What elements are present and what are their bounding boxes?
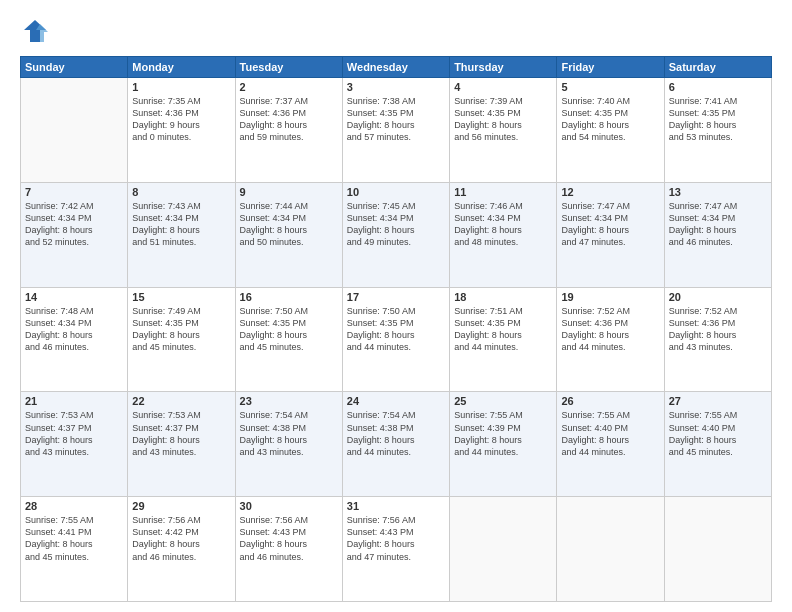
calendar-cell: 28Sunrise: 7:55 AM Sunset: 4:41 PM Dayli… — [21, 497, 128, 602]
day-info: Sunrise: 7:38 AM Sunset: 4:35 PM Dayligh… — [347, 95, 445, 144]
day-number: 24 — [347, 395, 445, 407]
calendar-cell: 6Sunrise: 7:41 AM Sunset: 4:35 PM Daylig… — [664, 78, 771, 183]
calendar-cell: 26Sunrise: 7:55 AM Sunset: 4:40 PM Dayli… — [557, 392, 664, 497]
day-number: 28 — [25, 500, 123, 512]
calendar-cell: 1Sunrise: 7:35 AM Sunset: 4:36 PM Daylig… — [128, 78, 235, 183]
day-number: 30 — [240, 500, 338, 512]
day-number: 8 — [132, 186, 230, 198]
day-info: Sunrise: 7:52 AM Sunset: 4:36 PM Dayligh… — [669, 305, 767, 354]
day-info: Sunrise: 7:50 AM Sunset: 4:35 PM Dayligh… — [240, 305, 338, 354]
day-info: Sunrise: 7:55 AM Sunset: 4:40 PM Dayligh… — [561, 409, 659, 458]
calendar-cell — [557, 497, 664, 602]
day-number: 26 — [561, 395, 659, 407]
day-info: Sunrise: 7:56 AM Sunset: 4:43 PM Dayligh… — [240, 514, 338, 563]
calendar-cell: 17Sunrise: 7:50 AM Sunset: 4:35 PM Dayli… — [342, 287, 449, 392]
calendar-cell: 14Sunrise: 7:48 AM Sunset: 4:34 PM Dayli… — [21, 287, 128, 392]
logo-icon — [20, 16, 50, 46]
day-number: 17 — [347, 291, 445, 303]
day-number: 23 — [240, 395, 338, 407]
day-info: Sunrise: 7:35 AM Sunset: 4:36 PM Dayligh… — [132, 95, 230, 144]
day-number: 10 — [347, 186, 445, 198]
day-number: 9 — [240, 186, 338, 198]
col-header-tuesday: Tuesday — [235, 57, 342, 78]
day-info: Sunrise: 7:53 AM Sunset: 4:37 PM Dayligh… — [132, 409, 230, 458]
day-info: Sunrise: 7:55 AM Sunset: 4:39 PM Dayligh… — [454, 409, 552, 458]
calendar-cell: 4Sunrise: 7:39 AM Sunset: 4:35 PM Daylig… — [450, 78, 557, 183]
day-number: 20 — [669, 291, 767, 303]
week-row-5: 28Sunrise: 7:55 AM Sunset: 4:41 PM Dayli… — [21, 497, 772, 602]
day-number: 3 — [347, 81, 445, 93]
day-info: Sunrise: 7:42 AM Sunset: 4:34 PM Dayligh… — [25, 200, 123, 249]
calendar-cell: 9Sunrise: 7:44 AM Sunset: 4:34 PM Daylig… — [235, 182, 342, 287]
day-info: Sunrise: 7:39 AM Sunset: 4:35 PM Dayligh… — [454, 95, 552, 144]
day-info: Sunrise: 7:56 AM Sunset: 4:42 PM Dayligh… — [132, 514, 230, 563]
day-number: 18 — [454, 291, 552, 303]
calendar-cell — [21, 78, 128, 183]
day-info: Sunrise: 7:53 AM Sunset: 4:37 PM Dayligh… — [25, 409, 123, 458]
calendar-cell — [664, 497, 771, 602]
calendar-cell: 2Sunrise: 7:37 AM Sunset: 4:36 PM Daylig… — [235, 78, 342, 183]
day-number: 22 — [132, 395, 230, 407]
calendar-cell: 30Sunrise: 7:56 AM Sunset: 4:43 PM Dayli… — [235, 497, 342, 602]
day-info: Sunrise: 7:54 AM Sunset: 4:38 PM Dayligh… — [240, 409, 338, 458]
col-header-saturday: Saturday — [664, 57, 771, 78]
calendar-cell: 25Sunrise: 7:55 AM Sunset: 4:39 PM Dayli… — [450, 392, 557, 497]
day-number: 31 — [347, 500, 445, 512]
day-number: 25 — [454, 395, 552, 407]
day-number: 6 — [669, 81, 767, 93]
calendar-cell: 20Sunrise: 7:52 AM Sunset: 4:36 PM Dayli… — [664, 287, 771, 392]
calendar-cell: 24Sunrise: 7:54 AM Sunset: 4:38 PM Dayli… — [342, 392, 449, 497]
day-info: Sunrise: 7:46 AM Sunset: 4:34 PM Dayligh… — [454, 200, 552, 249]
day-info: Sunrise: 7:52 AM Sunset: 4:36 PM Dayligh… — [561, 305, 659, 354]
calendar-cell: 19Sunrise: 7:52 AM Sunset: 4:36 PM Dayli… — [557, 287, 664, 392]
day-number: 14 — [25, 291, 123, 303]
day-number: 27 — [669, 395, 767, 407]
day-number: 13 — [669, 186, 767, 198]
day-number: 2 — [240, 81, 338, 93]
week-row-4: 21Sunrise: 7:53 AM Sunset: 4:37 PM Dayli… — [21, 392, 772, 497]
day-info: Sunrise: 7:51 AM Sunset: 4:35 PM Dayligh… — [454, 305, 552, 354]
day-number: 5 — [561, 81, 659, 93]
calendar-cell: 16Sunrise: 7:50 AM Sunset: 4:35 PM Dayli… — [235, 287, 342, 392]
calendar-cell: 11Sunrise: 7:46 AM Sunset: 4:34 PM Dayli… — [450, 182, 557, 287]
day-info: Sunrise: 7:41 AM Sunset: 4:35 PM Dayligh… — [669, 95, 767, 144]
header — [20, 16, 772, 46]
week-row-2: 7Sunrise: 7:42 AM Sunset: 4:34 PM Daylig… — [21, 182, 772, 287]
day-info: Sunrise: 7:47 AM Sunset: 4:34 PM Dayligh… — [561, 200, 659, 249]
day-info: Sunrise: 7:54 AM Sunset: 4:38 PM Dayligh… — [347, 409, 445, 458]
calendar-cell: 15Sunrise: 7:49 AM Sunset: 4:35 PM Dayli… — [128, 287, 235, 392]
day-info: Sunrise: 7:50 AM Sunset: 4:35 PM Dayligh… — [347, 305, 445, 354]
col-header-sunday: Sunday — [21, 57, 128, 78]
day-number: 7 — [25, 186, 123, 198]
day-info: Sunrise: 7:45 AM Sunset: 4:34 PM Dayligh… — [347, 200, 445, 249]
week-row-1: 1Sunrise: 7:35 AM Sunset: 4:36 PM Daylig… — [21, 78, 772, 183]
day-info: Sunrise: 7:55 AM Sunset: 4:40 PM Dayligh… — [669, 409, 767, 458]
day-info: Sunrise: 7:44 AM Sunset: 4:34 PM Dayligh… — [240, 200, 338, 249]
day-info: Sunrise: 7:49 AM Sunset: 4:35 PM Dayligh… — [132, 305, 230, 354]
day-info: Sunrise: 7:48 AM Sunset: 4:34 PM Dayligh… — [25, 305, 123, 354]
col-header-wednesday: Wednesday — [342, 57, 449, 78]
day-info: Sunrise: 7:47 AM Sunset: 4:34 PM Dayligh… — [669, 200, 767, 249]
calendar-cell: 10Sunrise: 7:45 AM Sunset: 4:34 PM Dayli… — [342, 182, 449, 287]
day-info: Sunrise: 7:55 AM Sunset: 4:41 PM Dayligh… — [25, 514, 123, 563]
calendar-cell: 23Sunrise: 7:54 AM Sunset: 4:38 PM Dayli… — [235, 392, 342, 497]
calendar-cell: 29Sunrise: 7:56 AM Sunset: 4:42 PM Dayli… — [128, 497, 235, 602]
day-number: 29 — [132, 500, 230, 512]
page: SundayMondayTuesdayWednesdayThursdayFrid… — [0, 0, 792, 612]
calendar-cell: 5Sunrise: 7:40 AM Sunset: 4:35 PM Daylig… — [557, 78, 664, 183]
calendar-cell: 3Sunrise: 7:38 AM Sunset: 4:35 PM Daylig… — [342, 78, 449, 183]
col-header-thursday: Thursday — [450, 57, 557, 78]
calendar-cell: 22Sunrise: 7:53 AM Sunset: 4:37 PM Dayli… — [128, 392, 235, 497]
calendar-cell: 12Sunrise: 7:47 AM Sunset: 4:34 PM Dayli… — [557, 182, 664, 287]
calendar-cell: 31Sunrise: 7:56 AM Sunset: 4:43 PM Dayli… — [342, 497, 449, 602]
header-row: SundayMondayTuesdayWednesdayThursdayFrid… — [21, 57, 772, 78]
day-number: 4 — [454, 81, 552, 93]
week-row-3: 14Sunrise: 7:48 AM Sunset: 4:34 PM Dayli… — [21, 287, 772, 392]
calendar-cell: 8Sunrise: 7:43 AM Sunset: 4:34 PM Daylig… — [128, 182, 235, 287]
logo — [20, 16, 56, 46]
day-info: Sunrise: 7:40 AM Sunset: 4:35 PM Dayligh… — [561, 95, 659, 144]
day-number: 16 — [240, 291, 338, 303]
calendar-cell — [450, 497, 557, 602]
calendar-cell: 7Sunrise: 7:42 AM Sunset: 4:34 PM Daylig… — [21, 182, 128, 287]
calendar-cell: 21Sunrise: 7:53 AM Sunset: 4:37 PM Dayli… — [21, 392, 128, 497]
